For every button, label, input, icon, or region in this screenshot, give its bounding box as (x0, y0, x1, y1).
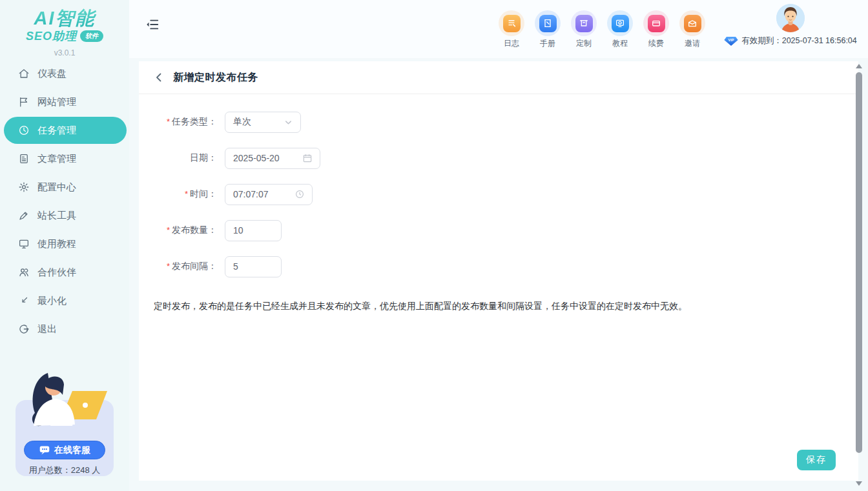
date-picker (225, 148, 320, 169)
sidebar-nav: 仪表盘 网站管理 任务管理 文章管理 配置中心 站长工具 使用教程 合作伙伴 (0, 59, 129, 343)
form-row-time: *时间： (139, 183, 858, 205)
time-picker (225, 184, 313, 205)
manual-icon (542, 18, 553, 28)
sidebar-item-dashboard[interactable]: 仪表盘 (0, 59, 129, 88)
sidebar-item-partners[interactable]: 合作伙伴 (0, 258, 129, 286)
quick-link-logs[interactable]: 日志 (497, 10, 526, 49)
form-note: 定时发布，发布的是任务中已经生成并且未发布的文章，优先使用上面配置的发布数量和间… (154, 301, 858, 312)
back-icon[interactable] (154, 72, 164, 83)
field-label: *任务类型： (139, 116, 225, 128)
sidebar-item-config[interactable]: 配置中心 (0, 173, 129, 201)
publish-count-input[interactable] (233, 225, 273, 235)
sidebar-item-label: 任务管理 (37, 125, 76, 137)
logo-title: AI智能 (0, 8, 129, 28)
people-icon (18, 266, 30, 278)
user-block: VIP 有效期到：2025-07-31 16:56:04 (718, 4, 863, 46)
publish-interval-field (225, 256, 282, 277)
publish-count-field (225, 220, 282, 241)
sidebar-item-label: 合作伙伴 (37, 266, 76, 279)
collapse-sidebar-icon[interactable] (145, 17, 160, 32)
logout-icon (18, 323, 30, 335)
quick-link-tutorial[interactable]: 教程 (606, 10, 634, 49)
app-version: v3.0.1 (0, 48, 129, 57)
sidebar-item-label: 网站管理 (37, 96, 76, 108)
sidebar-item-label: 站长工具 (37, 210, 76, 222)
monitor-icon (18, 238, 30, 250)
required-mark: * (167, 117, 170, 126)
sidebar-item-tutorials[interactable]: 使用教程 (0, 230, 129, 258)
svg-text:VIP: VIP (728, 38, 734, 42)
user-total-count: 用户总数：2248 人 (0, 465, 129, 476)
quick-link-renew[interactable]: 续费 (642, 10, 670, 49)
online-service-button[interactable]: 在线客服 (24, 441, 105, 459)
scroll-up-arrow-icon[interactable] (856, 64, 862, 68)
field-label: *时间： (139, 188, 225, 200)
sidebar-item-label: 退出 (37, 323, 57, 336)
sidebar-item-label: 文章管理 (37, 153, 76, 165)
field-label: 日期： (139, 152, 225, 164)
invite-icon (687, 18, 698, 28)
page-header: 新增定时发布任务 (139, 61, 858, 94)
vip-badge-icon: VIP (724, 36, 738, 46)
vip-expiry-text: 有效期到：2025-07-31 16:56:04 (741, 35, 857, 46)
sidebar-item-webmaster-tools[interactable]: 站长工具 (0, 201, 129, 230)
scroll-down-arrow-icon[interactable] (856, 481, 862, 486)
topbar: 日志 手册 定制 教程 续费 (129, 0, 868, 58)
online-service-label: 在线客服 (54, 445, 90, 456)
home-icon (18, 68, 30, 79)
log-icon (506, 18, 517, 28)
content-panel: 新增定时发布任务 *任务类型： 单次 日期： *时间： (139, 61, 858, 481)
required-mark: * (185, 189, 188, 199)
date-input[interactable] (233, 153, 303, 163)
form-row-date: 日期： (139, 147, 858, 169)
renew-icon (651, 18, 661, 28)
custom-icon (579, 18, 589, 28)
minimize-icon (18, 295, 30, 306)
clock-small-icon[interactable] (295, 190, 304, 199)
required-mark: * (167, 225, 170, 235)
document-icon (18, 153, 30, 165)
required-mark: * (167, 261, 170, 271)
field-label: *发布数量： (139, 225, 225, 236)
sidebar-item-minimize[interactable]: 最小化 (0, 286, 129, 315)
customer-service-illustration (18, 370, 111, 445)
sidebar-item-articles[interactable]: 文章管理 (0, 145, 129, 173)
schedule-form: *任务类型： 单次 日期： *时间： *发布数量： (139, 94, 858, 312)
sidebar-item-label: 最小化 (37, 295, 67, 307)
task-type-select[interactable]: 单次 (225, 112, 301, 133)
field-label: *发布间隔： (139, 261, 225, 272)
sidebar-item-label: 仪表盘 (37, 68, 67, 80)
form-row-task-type: *任务类型： 单次 (139, 111, 858, 133)
sidebar-item-label: 使用教程 (37, 238, 76, 250)
tutorial-icon (615, 18, 625, 28)
sidebar-item-websites[interactable]: 网站管理 (0, 88, 129, 116)
page-title: 新增定时发布任务 (173, 71, 258, 85)
quick-link-manual[interactable]: 手册 (533, 10, 562, 49)
calendar-icon[interactable] (303, 154, 312, 163)
sidebar-item-label: 配置中心 (37, 181, 76, 194)
chevron-down-icon (284, 118, 293, 126)
quick-links: 日志 手册 定制 教程 续费 (497, 10, 707, 49)
chat-bubble-icon (39, 445, 50, 456)
sidebar-item-logout[interactable]: 退出 (0, 315, 129, 343)
clock-icon (18, 125, 30, 136)
form-row-publish-count: *发布数量： (139, 219, 858, 241)
scrollbar-thumb[interactable] (856, 72, 862, 453)
logo-subtitle: SEO助理 (26, 28, 77, 44)
sidebar: AI智能 SEO助理 软件 v3.0.1 仪表盘 网站管理 任务管理 文章管理 … (0, 0, 129, 491)
gear-icon (18, 181, 30, 193)
vertical-scrollbar (855, 63, 863, 487)
pen-tool-icon (18, 210, 30, 221)
quick-link-custom[interactable]: 定制 (570, 10, 598, 49)
app-logo: AI智能 SEO助理 软件 v3.0.1 (0, 0, 129, 57)
form-row-publish-interval: *发布间隔： (139, 256, 858, 277)
sidebar-item-tasks[interactable]: 任务管理 (4, 117, 127, 144)
task-type-value: 单次 (233, 116, 251, 128)
time-input[interactable] (233, 189, 295, 199)
flag-icon (18, 96, 30, 108)
avatar[interactable] (776, 4, 805, 32)
save-button[interactable]: 保存 (797, 450, 836, 470)
logo-badge: 软件 (80, 30, 103, 42)
publish-interval-input[interactable] (233, 261, 273, 272)
quick-link-invite[interactable]: 邀请 (678, 10, 707, 49)
